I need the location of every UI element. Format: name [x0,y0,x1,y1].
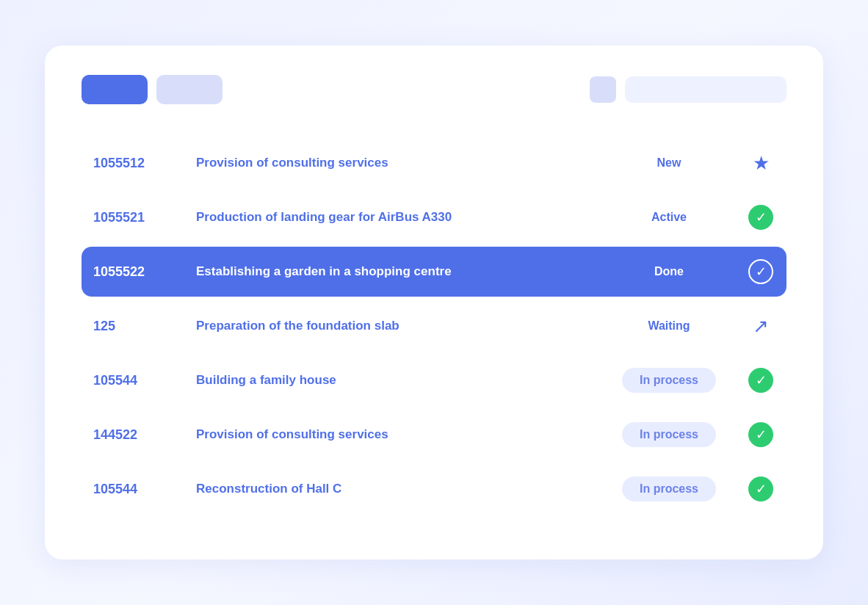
search-bar[interactable] [625,76,786,103]
row-icon-cell[interactable]: ✓ [735,247,786,297]
table-row[interactable]: 1055521Production of landing gear for Ai… [82,192,786,242]
row-status: Waiting [603,301,735,351]
row-status: In process [603,464,735,514]
row-name: Preparation of the foundation slab [184,301,603,351]
row-status: In process [603,355,735,405]
row-id: 144522 [82,410,184,460]
row-id: 1055522 [82,247,184,297]
row-id: 105544 [82,464,184,514]
main-card: 1055512Provision of consulting servicesN… [45,46,823,559]
row-status: Active [603,192,735,242]
row-name: Reconstruction of Hall C [184,464,603,514]
row-status: In process [603,410,735,460]
row-status: New [603,138,735,188]
check-icon: ✓ [748,422,773,447]
row-name: Establishing a garden in a shopping cent… [184,247,603,297]
row-name: Building a family house [184,355,603,405]
secondary-button[interactable] [156,75,223,104]
check-icon: ✓ [748,477,773,501]
primary-button[interactable] [82,75,148,104]
row-icon-cell[interactable]: ✓ [735,464,786,514]
row-status: Done [603,247,735,297]
table-row[interactable]: 1055512Provision of consulting servicesN… [82,138,786,188]
row-icon-cell[interactable]: ↗ [735,301,786,351]
row-id: 105544 [82,355,184,405]
row-id: 125 [82,301,184,351]
row-icon-cell[interactable]: ✓ [735,410,786,460]
row-icon-cell[interactable]: ★ [735,138,786,188]
star-icon: ★ [753,152,770,174]
table-row[interactable]: 105544Reconstruction of Hall CIn process… [82,464,786,514]
row-icon-cell[interactable]: ✓ [735,192,786,242]
row-id: 1055512 [82,138,184,188]
toolbar-square-icon[interactable] [590,76,616,103]
row-name: Provision of consulting services [184,410,603,460]
row-name: Production of landing gear for AirBus A3… [184,192,603,242]
table-row[interactable]: 105544Building a family houseIn process✓ [82,355,786,405]
row-id: 1055521 [82,192,184,242]
check-icon: ✓ [748,368,773,393]
row-name: Provision of consulting services [184,138,603,188]
data-table: 1055512Provision of consulting servicesN… [82,134,786,518]
table-row[interactable]: 144522Provision of consulting servicesIn… [82,410,786,460]
table-row[interactable]: 1055522Establishing a garden in a shoppi… [82,247,786,297]
toolbar [82,75,786,104]
table-row[interactable]: 125Preparation of the foundation slabWai… [82,301,786,351]
trend-icon: ↗ [753,315,769,338]
row-icon-cell[interactable]: ✓ [735,355,786,405]
check-icon: ✓ [748,205,773,230]
check-white-icon: ✓ [748,259,773,284]
